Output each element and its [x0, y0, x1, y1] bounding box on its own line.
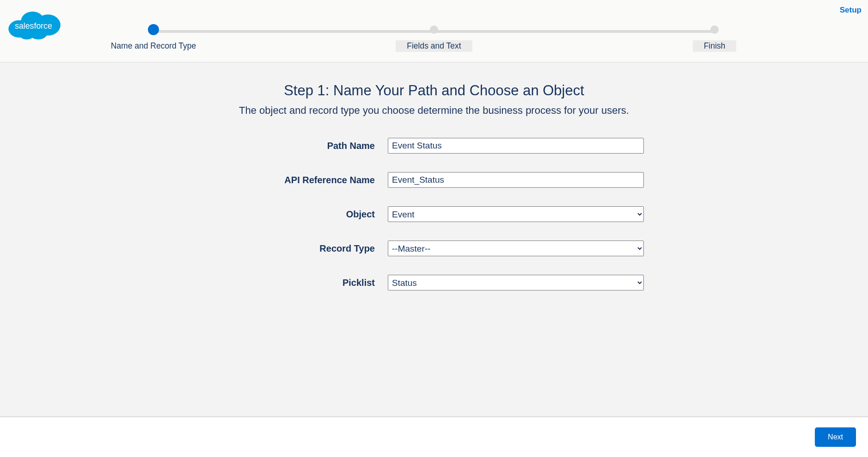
api-name-label: API Reference Name — [203, 175, 388, 185]
progress-step-1[interactable]: Name and Record Type — [102, 25, 205, 52]
path-form: Path Name API Reference Name Object Even… — [203, 138, 665, 290]
picklist-select[interactable]: Status — [388, 275, 644, 290]
form-row-record-type: Record Type --Master-- — [203, 241, 665, 256]
form-row-picklist: Picklist Status — [203, 275, 665, 290]
record-type-label: Record Type — [203, 243, 388, 254]
picklist-label: Picklist — [203, 278, 388, 288]
object-label: Object — [203, 209, 388, 220]
form-row-path-name: Path Name — [203, 138, 665, 154]
progress-dot-icon — [710, 25, 719, 34]
page-subtitle: The object and record type you choose de… — [0, 105, 868, 117]
api-name-input[interactable] — [388, 172, 644, 188]
form-row-object: Object Event — [203, 206, 665, 222]
path-name-input[interactable] — [388, 138, 644, 154]
progress-step-label: Name and Record Type — [111, 40, 196, 52]
progress-dot-icon — [148, 24, 159, 35]
progress-step-label: Finish — [693, 40, 737, 52]
progress-dot-icon — [430, 25, 438, 34]
page-title: Step 1: Name Your Path and Choose an Obj… — [0, 82, 868, 99]
wizard-footer: Next — [0, 416, 868, 457]
next-button[interactable]: Next — [815, 427, 856, 447]
object-select[interactable]: Event — [388, 206, 644, 222]
wizard-header: salesforce Setup Name and Record Type Fi… — [0, 0, 868, 62]
progress-step-3[interactable]: Finish — [663, 25, 766, 52]
salesforce-logo: salesforce — [5, 4, 62, 44]
progress-indicator: Name and Record Type Fields and Text Fin… — [102, 25, 766, 52]
svg-text:salesforce: salesforce — [15, 21, 52, 31]
form-row-api-name: API Reference Name — [203, 172, 665, 188]
record-type-select[interactable]: --Master-- — [388, 241, 644, 256]
progress-step-label: Fields and Text — [396, 40, 472, 52]
wizard-body: Step 1: Name Your Path and Choose an Obj… — [0, 63, 868, 416]
progress-step-2[interactable]: Fields and Text — [382, 25, 486, 52]
setup-link[interactable]: Setup — [840, 6, 862, 15]
path-name-label: Path Name — [203, 141, 388, 151]
